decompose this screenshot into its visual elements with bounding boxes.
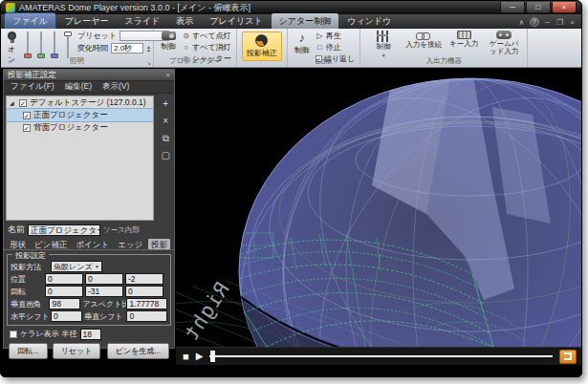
mdi-close-icon[interactable]: × <box>568 18 577 27</box>
io-control-button[interactable]: 制御 ▼ <box>365 31 402 59</box>
dome-3d-viewport[interactable]: Right <box>176 69 582 347</box>
position-z-input[interactable]: -2 <box>125 273 163 285</box>
tab-player[interactable]: プレーヤー <box>57 13 117 29</box>
rotation-y-input[interactable]: -31 <box>85 286 123 297</box>
duration-label: 変化時間 <box>77 43 108 53</box>
rotation-z-input[interactable]: 0 <box>125 286 163 297</box>
hshift-input[interactable]: 0 <box>51 310 82 322</box>
projector-control-button[interactable]: 制御 <box>159 31 178 53</box>
vignette-checkbox[interactable] <box>10 331 17 338</box>
frame-return-button[interactable] <box>559 350 577 364</box>
tab-edge[interactable]: エッジ <box>115 239 145 249</box>
projection-method-dropdown[interactable]: 魚眼レンズ ▼ <box>51 261 102 272</box>
key-input-button[interactable]: キー入力 <box>446 31 482 48</box>
panel-menu-file[interactable]: ファイル(F) <box>11 81 54 93</box>
viewport-play-button[interactable]: ▶ <box>196 352 204 361</box>
tab-slide[interactable]: スライド <box>117 13 167 29</box>
close-button[interactable]: × <box>552 2 577 13</box>
bgm-play-button[interactable]: ▷ 再生 <box>316 31 355 41</box>
tab-point[interactable]: ポイント <box>73 239 112 249</box>
help-icon[interactable]: ? <box>530 17 539 27</box>
duration-input[interactable]: 2.0秒 <box>111 43 143 53</box>
ribbon-group-correction: 投影補正 <box>237 29 288 67</box>
duplicate-projector-button[interactable]: ⧉ <box>163 134 169 143</box>
bgm-group-label: BGM <box>288 57 359 66</box>
tree-item-rear-projector[interactable]: ✓ 背面プロジェクター <box>7 121 153 134</box>
ribbon-collapse-icon[interactable]: ∧ <box>517 18 526 27</box>
projector-group-label: プロジェクター <box>154 56 236 66</box>
panel-menu-edit[interactable]: 編集(E) <box>65 81 92 93</box>
panel-menu-view[interactable]: 表示(V) <box>102 81 129 93</box>
projector-icon <box>162 32 176 40</box>
position-x-input[interactable]: 0 <box>45 273 83 285</box>
keyboard-icon <box>457 31 471 39</box>
all-lights-off-button[interactable]: ○ すべて消灯 <box>182 42 231 53</box>
projector-tree[interactable]: ◢ ✓ デフォルトステージ (127.0.0.1) ✓ 正面プロジェクター ✓ … <box>6 96 154 221</box>
radius-input[interactable]: 18 <box>80 329 101 340</box>
method-label: 投影方法 <box>11 262 49 272</box>
add-projector-button[interactable]: + <box>163 99 168 109</box>
panel-menu-bar: ファイル(F) 編集(E) 表示(V) <box>4 81 174 94</box>
panel-close-icon[interactable]: × <box>165 71 170 79</box>
mdi-minimize-icon[interactable]: ─ <box>543 18 552 27</box>
tab-file[interactable]: ファイル <box>4 12 56 29</box>
tab-projection[interactable]: 投影 <box>148 239 170 249</box>
lighting-sliders <box>22 31 74 59</box>
preset-label: プリセット <box>77 31 117 41</box>
rear-projector-checkbox[interactable]: ✓ <box>23 124 31 132</box>
aspect-input[interactable]: 1.77778 <box>126 298 167 309</box>
tab-theater-control[interactable]: シアター制御 <box>272 13 339 29</box>
tab-window[interactable]: ウィンドウ <box>339 13 399 29</box>
seek-slider-handle[interactable] <box>210 351 215 362</box>
generate-pins-button[interactable]: ピンを生成... <box>107 343 169 359</box>
gamepad-icon <box>496 31 512 39</box>
mdi-restore-icon[interactable]: ❐ <box>555 18 564 27</box>
bgm-stop-button[interactable]: □ 停止 <box>316 42 355 53</box>
ribbon-group-io: 制御 ▼ 入力を接続 キー入力 ゲームパッド入力 入出力機器 <box>360 29 528 67</box>
blue-slider[interactable] <box>51 32 58 58</box>
tree-item-front-projector[interactable]: ✓ 正面プロジェクター <box>7 109 153 121</box>
panel-title-bar: 投影補正設定 × <box>4 70 174 81</box>
aspect-label: アスペクト比 <box>82 299 124 309</box>
ribbon-tab-bar: ファイル プレーヤー スライド 表示 プレイリスト シアター制御 ウィンドウ ∧… <box>1 14 581 29</box>
tab-pin-correction[interactable]: ピン補正 <box>32 239 70 249</box>
position-label: 位置 <box>11 274 43 285</box>
connect-input-button[interactable]: 入力を接続 <box>405 31 442 49</box>
delete-projector-button[interactable]: ▢ <box>162 151 170 160</box>
green-slider[interactable] <box>37 32 45 58</box>
projection-correction-icon <box>255 34 268 47</box>
maximize-button[interactable]: □ <box>526 2 551 13</box>
lighting-dialog-launcher-icon[interactable]: ↘ <box>146 59 151 66</box>
reset-button[interactable]: リセット <box>53 343 101 359</box>
vfov-input[interactable]: 98 <box>49 298 80 309</box>
gamepad-input-button[interactable]: ゲームパッド入力 <box>486 31 522 55</box>
position-y-input[interactable]: 0 <box>85 273 123 285</box>
title-bar: AMATERAS Dome Player version 3.0.0 - [メイ… <box>1 1 581 14</box>
all-lights-on-button[interactable]: ⊙ すべて点灯 <box>182 31 231 41</box>
seek-slider[interactable] <box>209 355 553 357</box>
projection-correction-button[interactable]: 投影補正 <box>242 32 282 61</box>
red-slider[interactable] <box>24 32 32 58</box>
correction-tab-bar: 形状 ピン補正 ポイント エッジ 投影 オーバーレイ <box>4 237 174 250</box>
rotate-button[interactable]: 回転... <box>9 343 48 359</box>
rotation-x-input[interactable]: 0 <box>45 286 83 297</box>
remove-projector-button[interactable]: × <box>163 117 168 126</box>
vshift-input[interactable]: 0 <box>126 310 167 322</box>
vignette-label: ケラレ表示 <box>20 329 59 339</box>
dropdown-arrow-icon: ▼ <box>95 264 99 269</box>
return-icon <box>564 352 572 360</box>
tree-item-stage[interactable]: ◢ ✓ デフォルトステージ (127.0.0.1) <box>7 96 153 109</box>
front-projector-checkbox[interactable]: ✓ <box>23 112 31 119</box>
bulb-icon <box>8 32 16 40</box>
tab-shape[interactable]: 形状 <box>7 239 29 249</box>
viewport-stop-button[interactable]: ■ <box>183 352 189 362</box>
white-slider[interactable] <box>64 32 72 58</box>
duration-spinner[interactable]: ▲▼ <box>146 45 151 53</box>
projector-name-input[interactable]: 正面プロジェクター <box>28 224 100 236</box>
minimize-button[interactable]: ─ <box>500 2 525 13</box>
tab-view[interactable]: 表示 <box>168 13 201 29</box>
stage-checkbox[interactable]: ✓ <box>19 99 27 107</box>
tree-expander-icon[interactable]: ◢ <box>10 99 16 106</box>
tab-playlist[interactable]: プレイリスト <box>202 13 270 29</box>
bgm-control-button[interactable]: ♪ 制御 <box>293 31 312 56</box>
